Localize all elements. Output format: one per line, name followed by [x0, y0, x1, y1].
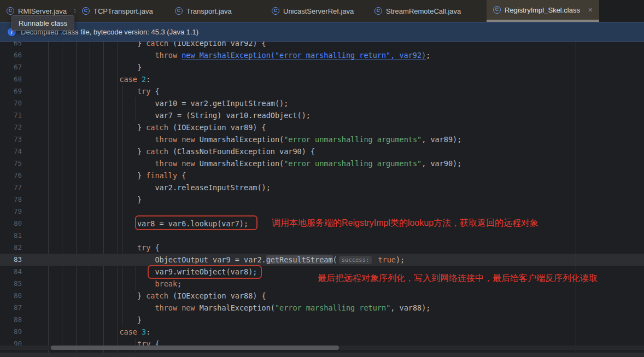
code-line-86[interactable]: 86 } catch (IOException var88) {	[0, 290, 644, 302]
annotation-box-writeobject	[148, 265, 262, 279]
code-token: ;	[426, 51, 430, 60]
status-bar-edge	[0, 353, 644, 357]
code-token: new	[182, 159, 195, 168]
line-number[interactable]: 86	[0, 290, 22, 302]
code-line-77[interactable]: 77 var2.releaseInputStream();	[0, 182, 644, 194]
decompiled-banner: i Decompiled .class file, bytecode versi…	[0, 22, 644, 42]
tab-registryimpl-skel-class[interactable]: CRegistryImpl_Skel.class×	[487, 0, 599, 22]
code-token: MarshalException(	[195, 303, 275, 312]
tab-tcptransport-java[interactable]: CTCPTransport.java	[75, 0, 168, 22]
line-number[interactable]: 78	[0, 194, 22, 206]
line-number[interactable]: 77	[0, 182, 22, 194]
code-token	[35, 51, 155, 60]
code-token: ;	[177, 279, 182, 288]
line-number[interactable]: 73	[0, 133, 22, 145]
code-token: (ClassNotFoundException var90) {	[168, 147, 315, 156]
code-line-88[interactable]: 88 }	[0, 314, 644, 326]
code-token	[177, 51, 182, 60]
code-line-67[interactable]: 67 }	[0, 61, 644, 73]
tab-label: RegistryImpl_Skel.class	[505, 6, 580, 14]
code-text: } catch (IOException var88) {	[35, 290, 266, 302]
code-token: catch	[146, 123, 168, 132]
code-token: new	[182, 135, 195, 144]
code-line-87[interactable]: 87 throw new MarshalException("error mar…	[0, 302, 644, 314]
line-number[interactable]: 69	[0, 85, 22, 97]
line-number[interactable]: 82	[0, 242, 22, 254]
code-line-82[interactable]: 82 try {	[0, 242, 644, 254]
code-line-78[interactable]: 78 }	[0, 194, 644, 206]
code-text: case 2:	[35, 73, 150, 85]
line-number[interactable]: 79	[0, 206, 22, 218]
line-number[interactable]: 70	[0, 97, 22, 109]
code-token: }	[35, 171, 146, 180]
code-line-69[interactable]: 69 try {	[0, 85, 644, 97]
code-text: }	[35, 314, 142, 326]
code-line-70[interactable]: 70 var10 = var2.getInputStream();	[0, 97, 644, 109]
tab-close-icon[interactable]: ×	[585, 6, 593, 14]
code-token: true	[378, 255, 396, 264]
code-text: var10 = var2.getInputStream();	[35, 97, 288, 109]
code-line-76[interactable]: 76 } finally {	[0, 169, 644, 182]
code-line-83[interactable]: 83 ObjectOutput var9 = var2.getResultStr…	[0, 254, 644, 266]
horizontal-scrollbar-thumb[interactable]	[51, 346, 339, 350]
tab-label: Transport.java	[186, 7, 232, 15]
runnable-class-tooltip: Runnable class	[11, 15, 74, 31]
tab-unicastserverref-java[interactable]: CUnicastServerRef.java	[265, 0, 368, 22]
tab-label: StreamRemoteCall.java	[386, 7, 461, 15]
code-text: } finally {	[35, 169, 186, 182]
line-number[interactable]: 85	[0, 278, 22, 290]
line-number[interactable]: 76	[0, 169, 22, 182]
line-number[interactable]: 89	[0, 326, 22, 338]
code-token: {	[150, 87, 159, 96]
code-token: }	[35, 63, 142, 72]
line-number[interactable]: 67	[0, 61, 22, 73]
line-number[interactable]: 68	[0, 73, 22, 85]
code-token: }	[35, 147, 146, 156]
code-token: new MarshalException("error marshalling …	[182, 51, 426, 60]
line-number[interactable]: 84	[0, 266, 22, 278]
line-number[interactable]: 71	[0, 109, 22, 121]
line-number[interactable]: 72	[0, 121, 22, 133]
line-number[interactable]: 80	[0, 218, 22, 230]
code-token	[35, 327, 119, 336]
line-number[interactable]: 75	[0, 157, 22, 169]
line-number[interactable]: 66	[0, 49, 22, 61]
code-token: new	[182, 303, 195, 312]
code-line-66[interactable]: 66 throw new MarshalException("error mar…	[0, 49, 644, 61]
code-line-79[interactable]: 79	[0, 206, 644, 218]
tab-label: RMIServer.java	[18, 7, 67, 15]
code-line-81[interactable]: 81	[0, 230, 644, 242]
code-line-72[interactable]: 72 } catch (IOException var89) {	[0, 121, 644, 133]
code-line-89[interactable]: 89 case 3:	[0, 326, 644, 338]
code-token: , var88);	[390, 303, 430, 312]
code-token: case	[119, 327, 137, 336]
code-token: throw	[155, 135, 177, 144]
code-text: var7 = (String) var10.readObject();	[35, 109, 311, 121]
line-number[interactable]: 83	[0, 254, 22, 266]
line-number[interactable]: 88	[0, 314, 22, 326]
code-token: :	[146, 75, 150, 84]
tab-transport-java[interactable]: CTransport.java	[168, 0, 265, 22]
code-token: , var89);	[421, 135, 461, 144]
code-token	[35, 243, 137, 252]
code-token: );	[396, 255, 405, 264]
code-line-74[interactable]: 74 } catch (ClassNotFoundException var90…	[0, 145, 644, 157]
code-token: catch	[146, 147, 168, 156]
code-token: "error marshalling return"	[275, 303, 390, 312]
code-line-75[interactable]: 75 throw new UnmarshalException("error u…	[0, 157, 644, 169]
line-number[interactable]: 74	[0, 145, 22, 157]
line-number[interactable]: 87	[0, 302, 22, 314]
code-text: ObjectOutput var9 = var2.getResultStream…	[35, 254, 405, 266]
code-token: :	[146, 327, 150, 336]
code-line-71[interactable]: 71 var7 = (String) var10.readObject();	[0, 109, 644, 121]
code-token	[35, 75, 119, 84]
tab-streamremotecall-java[interactable]: CStreamRemoteCall.java	[368, 0, 487, 22]
code-line-68[interactable]: 68 case 2:	[0, 73, 644, 85]
code-token: }	[35, 195, 142, 204]
code-token: 2	[142, 75, 146, 84]
code-line-73[interactable]: 73 throw new UnmarshalException("error u…	[0, 133, 644, 145]
line-number[interactable]: 81	[0, 230, 22, 242]
class-icon: C	[272, 7, 279, 15]
code-token	[35, 135, 155, 144]
code-token	[177, 159, 182, 168]
